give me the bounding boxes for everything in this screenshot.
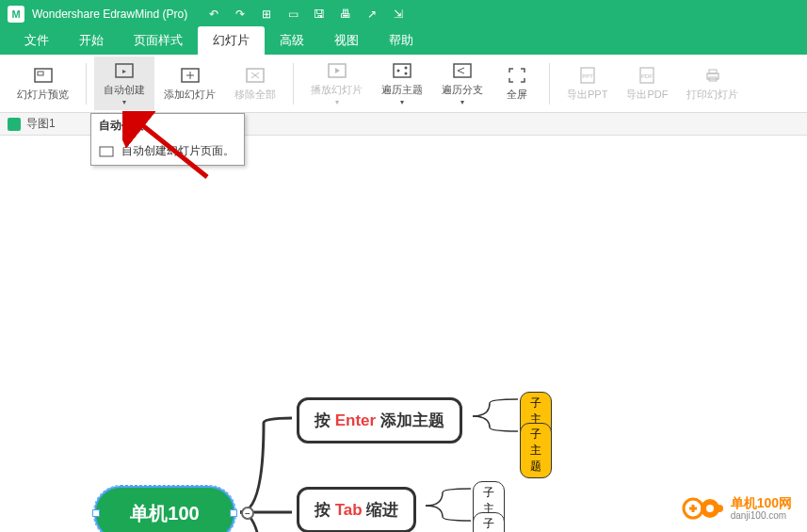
dropdown-header: 自动创建: [91, 114, 244, 137]
svg-point-15: [405, 73, 408, 75]
svg-line-17: [458, 68, 464, 71]
mindmap-sub-node[interactable]: 子主题: [473, 512, 505, 532]
svg-point-34: [716, 505, 723, 512]
menu-page-style[interactable]: 页面样式: [119, 26, 198, 55]
svg-text:▸: ▸: [122, 67, 126, 75]
ribbon-print-slide: 打印幻灯片: [677, 61, 748, 105]
undo-icon[interactable]: ↶: [206, 7, 221, 22]
mindmap-root-node[interactable]: 单机100: [94, 486, 235, 532]
ribbon-traverse-branch[interactable]: 遍历分支 ▾: [432, 56, 492, 110]
export-icon[interactable]: ↗: [364, 7, 379, 22]
quick-access-toolbar: ↶ ↷ ⊞ ▭ 🖫 🖶 ↗ ⇲: [206, 7, 406, 22]
svg-rect-16: [454, 64, 471, 77]
ribbon-add-slide[interactable]: 添加幻灯片: [154, 61, 225, 105]
dropdown-item-label: 自动创建幻灯片页面。: [121, 143, 234, 159]
mindmap-sub-node[interactable]: 子主题: [520, 423, 552, 478]
watermark-text: 单机100网: [731, 496, 792, 510]
add-slide-icon: [180, 65, 201, 86]
separator: [86, 63, 87, 105]
ribbon-remove-all: 移除全部: [225, 61, 285, 105]
ribbon-traverse-topic[interactable]: 遍历主题 ▾: [372, 56, 432, 110]
play-icon: [327, 60, 347, 81]
open-icon[interactable]: ▭: [285, 7, 300, 22]
watermark-logo-icon: [682, 494, 725, 523]
fullscreen-icon: [507, 65, 527, 86]
app-logo-icon: M: [8, 6, 24, 23]
watermark-subtext: danji100.com: [731, 510, 792, 521]
watermark: 单机100网 danji100.com: [682, 494, 792, 523]
chevron-down-icon: ▾: [400, 98, 404, 106]
pdf-icon: PDF: [637, 65, 657, 86]
dropdown-item-auto-create-pages[interactable]: 自动创建幻灯片页面。: [91, 137, 244, 165]
ribbon-fullscreen[interactable]: 全屏: [492, 61, 541, 105]
slide-preview-icon: [33, 65, 54, 86]
remove-all-icon: [245, 65, 266, 86]
app-title: Wondershare EdrawMind (Pro): [32, 8, 187, 21]
svg-point-33: [706, 505, 714, 512]
ribbon-export-ppt: PPT 导出PPT: [557, 61, 617, 105]
menu-file[interactable]: 文件: [9, 26, 64, 55]
print-slide-icon: [702, 65, 723, 86]
ribbon-export-pdf: PDF 导出PDF: [617, 61, 677, 105]
auto-create-dropdown: 自动创建 自动创建幻灯片页面。: [90, 113, 245, 166]
menu-advanced[interactable]: 高级: [265, 26, 319, 55]
chevron-down-icon: ▾: [335, 98, 339, 106]
ribbon: 幻灯片预览 ▸ 自动创建 ▾ 添加幻灯片 移除全部 播放幻灯片 ▾ 遍历主题 ▾…: [0, 55, 807, 113]
svg-point-14: [405, 67, 408, 70]
ribbon-slide-preview[interactable]: 幻灯片预览: [8, 61, 78, 105]
separator: [549, 63, 550, 105]
ppt-icon: PPT: [577, 65, 598, 86]
share-icon[interactable]: ⇲: [391, 7, 406, 22]
svg-text:PPT: PPT: [582, 73, 593, 79]
svg-rect-12: [394, 64, 411, 77]
menu-start[interactable]: 开始: [64, 26, 119, 55]
chevron-down-icon: ▾: [460, 98, 464, 106]
svg-marker-11: [335, 68, 340, 73]
ribbon-play-slide: 播放幻灯片 ▾: [301, 56, 372, 110]
save-icon[interactable]: 🖫: [312, 7, 327, 22]
menubar: 文件 开始 页面样式 幻灯片 高级 视图 帮助: [0, 28, 807, 55]
svg-rect-26: [100, 147, 113, 156]
document-icon: [8, 118, 21, 131]
document-tab[interactable]: 导图1: [26, 116, 56, 132]
menu-view[interactable]: 视图: [319, 26, 374, 55]
redo-icon[interactable]: ↷: [233, 7, 248, 22]
mindmap-branch-node[interactable]: 按 Enter 添加主题: [297, 397, 462, 443]
svg-rect-1: [38, 72, 43, 75]
mindmap-canvas[interactable]: 单机100 − 按 Enter 添加主题 按 Tab 缩进 按 Shift+Ta…: [0, 136, 807, 532]
svg-line-18: [458, 71, 464, 73]
new-icon[interactable]: ⊞: [259, 7, 274, 22]
titlebar: M Wondershare EdrawMind (Pro) ↶ ↷ ⊞ ▭ 🖫 …: [0, 0, 807, 28]
chevron-down-icon: ▾: [122, 98, 126, 106]
auto-create-icon: ▸: [114, 60, 135, 81]
traverse-topic-icon: [392, 60, 412, 81]
collapse-handle-icon[interactable]: −: [241, 507, 254, 520]
print-icon[interactable]: 🖶: [338, 7, 353, 22]
menu-slideshow[interactable]: 幻灯片: [198, 26, 265, 55]
slide-icon: [99, 144, 114, 159]
traverse-branch-icon: [452, 60, 473, 81]
mindmap-branch-node[interactable]: 按 Tab 缩进: [297, 487, 416, 532]
ribbon-auto-create[interactable]: ▸ 自动创建 ▾: [94, 56, 154, 110]
svg-point-13: [397, 70, 400, 73]
separator: [293, 63, 294, 105]
menu-help[interactable]: 帮助: [374, 26, 428, 55]
svg-text:PDF: PDF: [641, 73, 653, 79]
